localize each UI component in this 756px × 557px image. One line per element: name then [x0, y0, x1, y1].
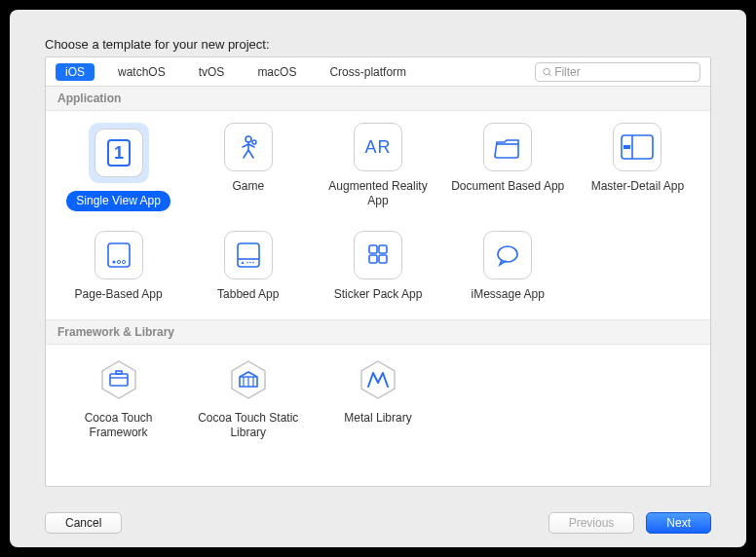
template-label: Game	[232, 179, 264, 194]
svg-marker-25	[102, 361, 135, 398]
master-detail-icon	[613, 123, 662, 171]
dialog-window: Choose a template for your new project: …	[10, 10, 746, 547]
framework-grid: Cocoa Touch Framework Cocoa Touch Static…	[46, 345, 710, 458]
template-single-view-app[interactable]: 1 Single View App	[54, 123, 183, 211]
template-label: Sticker Pack App	[334, 287, 423, 302]
template-label: Master-Detail App	[591, 179, 684, 194]
svg-point-11	[112, 260, 115, 263]
static-library-icon	[225, 356, 272, 403]
template-master-detail[interactable]: Master-Detail App	[573, 123, 702, 211]
tabbed-icon	[224, 231, 273, 279]
filter-input[interactable]	[552, 64, 694, 80]
document-icon	[483, 123, 532, 171]
svg-rect-22	[369, 255, 377, 263]
template-metal[interactable]: Metal Library	[313, 356, 442, 440]
tab-tvos[interactable]: tvOS	[189, 63, 235, 81]
template-cocoa-touch-static[interactable]: Cocoa Touch Static Library	[183, 356, 313, 440]
page-based-icon	[94, 231, 143, 279]
application-grid: 1 Single View App Game AR Augmented Real…	[46, 111, 710, 319]
template-tabbed[interactable]: Tabbed App	[183, 231, 313, 302]
svg-point-4	[246, 136, 251, 142]
svg-point-0	[544, 68, 549, 74]
filter-icon	[542, 66, 552, 78]
template-document[interactable]: Document Based App	[443, 123, 573, 211]
svg-point-19	[252, 262, 254, 264]
template-ar[interactable]: AR Augmented Reality App	[313, 123, 442, 211]
svg-point-13	[122, 260, 125, 263]
imessage-icon	[483, 231, 532, 279]
template-label: Document Based App	[451, 179, 564, 194]
template-imessage[interactable]: iMessage App	[443, 231, 573, 302]
svg-marker-34	[361, 361, 395, 398]
metal-icon	[355, 356, 401, 403]
previous-button: Previous	[548, 512, 635, 534]
svg-rect-26	[110, 374, 128, 386]
template-game[interactable]: Game	[183, 123, 313, 211]
section-framework: Framework & Library	[46, 319, 710, 345]
template-label: iMessage App	[472, 287, 545, 302]
template-label: Single View App	[66, 191, 170, 211]
svg-point-24	[498, 246, 517, 262]
svg-rect-9	[624, 145, 630, 149]
template-label: Augmented Reality App	[320, 179, 436, 208]
game-icon	[224, 123, 273, 171]
svg-line-1	[548, 73, 550, 75]
template-label: Metal Library	[344, 411, 411, 426]
svg-rect-20	[369, 245, 377, 253]
cancel-button[interactable]: Cancel	[45, 512, 122, 534]
tab-macos[interactable]: macOS	[247, 63, 306, 81]
svg-marker-16	[241, 261, 244, 264]
platform-tabbar: iOS watchOS tvOS macOS Cross-platform	[46, 57, 710, 87]
svg-point-12	[117, 260, 120, 263]
svg-rect-27	[116, 371, 122, 374]
single-view-icon: 1	[94, 129, 143, 177]
template-label: Cocoa Touch Static Library	[190, 411, 307, 440]
svg-point-5	[252, 140, 256, 144]
section-application: Application	[46, 87, 710, 111]
dialog-title: Choose a template for your new project:	[45, 37, 270, 52]
template-page-based[interactable]: Page-Based App	[54, 231, 183, 302]
tab-watchos[interactable]: watchOS	[108, 63, 175, 81]
next-button[interactable]: Next	[646, 512, 711, 534]
template-panel: iOS watchOS tvOS macOS Cross-platform Ap…	[45, 56, 711, 487]
template-label: Tabbed App	[217, 287, 279, 302]
filter-field[interactable]	[535, 62, 700, 82]
svg-rect-23	[379, 255, 387, 263]
template-sticker-pack[interactable]: Sticker Pack App	[313, 231, 442, 302]
tab-ios[interactable]: iOS	[56, 63, 94, 81]
svg-point-17	[246, 262, 248, 264]
sticker-icon	[354, 231, 402, 279]
ar-icon: AR	[354, 123, 402, 171]
dialog-footer: Cancel Previous Next	[10, 512, 746, 534]
template-label: Cocoa Touch Framework	[60, 411, 177, 440]
framework-icon	[95, 356, 142, 403]
template-label: Page-Based App	[75, 287, 163, 302]
template-cocoa-touch-framework[interactable]: Cocoa Touch Framework	[54, 356, 183, 440]
svg-text:1: 1	[114, 143, 124, 163]
svg-rect-21	[379, 245, 387, 253]
svg-point-18	[249, 262, 251, 264]
tab-cross-platform[interactable]: Cross-platform	[320, 63, 416, 81]
svg-rect-14	[238, 243, 259, 267]
